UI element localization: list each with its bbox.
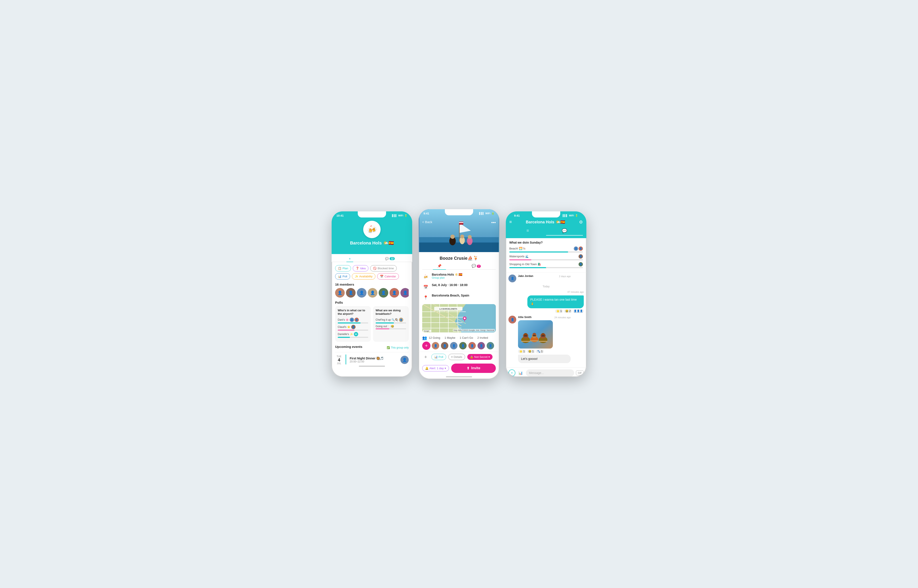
phones-container: 10:41 ▌▌▌ WiFi 🔋 🍻 Barcelona Hols 🌤️🇪🇸 ≡ bbox=[331, 209, 587, 379]
event-hero-image: 9:41 ▌▌▌ WiFi 🔋 < Back ••• bbox=[419, 209, 499, 252]
footer-not-secret-btn[interactable]: 🔒 Not Secret ▾ bbox=[467, 354, 493, 360]
poll2-opt2: Going out 🍽️😂 bbox=[376, 325, 406, 330]
btn-avail[interactable]: ✨ Availability bbox=[352, 273, 375, 279]
group-avatar-1: 🍻 bbox=[363, 221, 381, 238]
battery-icon: 🔋 bbox=[404, 214, 407, 217]
phone-2: 9:41 ▌▌▌ WiFi 🔋 < Back ••• Booze Crusie⛵… bbox=[419, 209, 499, 379]
poll-icon: 📊 bbox=[338, 275, 341, 278]
status-icons-1: ▌▌▌ WiFi 🔋 bbox=[392, 214, 407, 217]
poll-opt-2: Watersports 🌊 👤 bbox=[509, 254, 583, 260]
chat-badge-2: 7 bbox=[477, 265, 481, 268]
svg-rect-3 bbox=[459, 222, 460, 241]
map-container[interactable]: LA BARCELONETA Google Map data ©2023 Goo… bbox=[422, 304, 496, 333]
sent-time-row: 47 minutes ago bbox=[508, 290, 584, 294]
svg-rect-43 bbox=[524, 335, 527, 336]
plan-icon: 📋 bbox=[338, 267, 341, 270]
chat-group-title: Barcelona Hols 🌤️🇪🇸 bbox=[512, 220, 579, 225]
att-4: 👤 bbox=[459, 342, 467, 350]
poll1-opt1: Dani's 🌸 👤 👤 bbox=[338, 318, 368, 323]
msg-row-sent: PLEASE i wanna tan one last time 🙏 🌟 1 😂… bbox=[508, 296, 584, 313]
pin-tab[interactable]: 📌 bbox=[433, 263, 446, 270]
btn-poll[interactable]: 📊 Poll bbox=[335, 273, 350, 279]
btn-calendar[interactable]: 📅 Calendar bbox=[377, 273, 399, 279]
lock-icon: 🔒 bbox=[470, 355, 474, 359]
poll1-question: Who's in what car to the airport? bbox=[338, 309, 368, 316]
footer-add-btn[interactable]: + bbox=[422, 354, 429, 360]
jake-avatar: 👤 bbox=[508, 275, 516, 282]
battery-icon-2: 🔋 bbox=[491, 212, 495, 215]
notch-2 bbox=[445, 209, 473, 215]
allie-text-bubble: Let's goooo! bbox=[518, 355, 571, 363]
btn-blocked[interactable]: 🚫 Blocked time bbox=[370, 265, 396, 271]
calendar-icon: 📅 bbox=[380, 275, 383, 278]
member-2: 👤 bbox=[346, 288, 356, 297]
phone1-header: 10:41 ▌▌▌ WiFi 🔋 🍻 Barcelona Hols 🌤️🇪🇸 bbox=[331, 212, 412, 254]
svg-rect-2 bbox=[419, 242, 499, 252]
message-input[interactable]: Message... bbox=[526, 370, 574, 376]
add-attendee-btn[interactable]: + bbox=[422, 342, 430, 350]
poll2-question: What are we doing breakfasts? bbox=[376, 309, 406, 316]
today-label: Today bbox=[508, 285, 584, 288]
going-row: 👥 12 Going · 1 Maybe · 1 Can't Go · 2 In… bbox=[422, 336, 496, 340]
event-card-1: TUE 4 JUL First Night Dinner 🥘🎵 20:00–22… bbox=[335, 352, 409, 364]
chat-tab-messages[interactable]: 💬 bbox=[546, 226, 583, 236]
event-info: First Night Dinner 🥘🎵 20:00–22:00 bbox=[350, 357, 398, 363]
svg-text:Google: Google bbox=[424, 330, 429, 332]
sent-bubble: PLEASE i wanna tan one last time 🙏 bbox=[527, 296, 584, 308]
att-7: 👤 bbox=[486, 342, 495, 350]
bell-icon: 🔔 bbox=[425, 367, 428, 370]
btn-idea[interactable]: ❓ Idea bbox=[353, 265, 368, 271]
battery-icon-3: 🔋 bbox=[575, 214, 578, 217]
chat-image bbox=[518, 320, 553, 349]
menu-icon[interactable]: ≡ bbox=[509, 220, 512, 225]
phone2-content: Booze Crusie⛵🍹 📌 💬 7 🍻 Barcelona Hols 🌤️… bbox=[419, 252, 499, 352]
event-date: TUE 4 JUL bbox=[335, 355, 343, 364]
wifi-icon-2: WiFi bbox=[485, 212, 490, 215]
settings-icon[interactable]: ⚙ bbox=[579, 220, 583, 225]
poll-opt-1: Beach! 🌅🐚 👤 👤 bbox=[509, 246, 583, 252]
att-2: 👤 bbox=[441, 342, 449, 350]
poll-card-1: Who's in what car to the airport? Dani's… bbox=[335, 306, 371, 342]
tab-chat[interactable]: 💬 12 bbox=[383, 256, 398, 262]
chat-messages: 👤 Jake Jordan 2 days ago Today 47 minute… bbox=[506, 273, 587, 368]
polls-section: Polls Who's in what car to the airport? … bbox=[335, 300, 409, 342]
chat-tab-list[interactable]: ≡ bbox=[509, 226, 546, 236]
phone2-footer-1: + 📊 Poll ≡ Details 🔒 Not Secret ▾ bbox=[419, 352, 499, 362]
chart-btn[interactable]: 📊 bbox=[517, 370, 524, 376]
att-3: 👤 bbox=[449, 342, 458, 350]
btn-plan[interactable]: 📋 Plan bbox=[335, 265, 351, 271]
svg-rect-46 bbox=[521, 341, 530, 342]
poll-preview-question: What we doin Sunday? bbox=[509, 241, 583, 244]
list-icon: ≡ bbox=[349, 257, 351, 260]
invited-text: 2 Invited bbox=[477, 336, 488, 339]
alert-btn[interactable]: 🔔 Alert: 1 day ▾ bbox=[422, 365, 449, 372]
att-1: 👤 bbox=[432, 342, 440, 350]
phone3-tabs: ≡ 💬 bbox=[509, 226, 583, 236]
invite-btn[interactable]: ⬆ Invite bbox=[451, 363, 496, 373]
back-button[interactable]: < Back bbox=[422, 220, 432, 224]
poll-card-2: What are we doing breakfasts? Chef'ing i… bbox=[373, 306, 409, 342]
more-button[interactable]: ••• bbox=[491, 220, 496, 225]
people-icon: 👥 bbox=[422, 336, 427, 340]
member-1: 👤 bbox=[335, 288, 345, 297]
phone2-footer-2: 🔔 Alert: 1 day ▾ ⬆ Invite bbox=[419, 362, 499, 375]
jake-time: 2 days ago bbox=[559, 275, 571, 278]
upcoming-title: Upcoming events bbox=[335, 345, 362, 349]
svg-rect-44 bbox=[533, 335, 536, 336]
avail-icon: ✨ bbox=[355, 275, 358, 278]
chevron-down-icon: ▾ bbox=[488, 355, 490, 359]
member-6: 👤 bbox=[390, 288, 399, 297]
map-svg: LA BARCELONETA Google bbox=[422, 304, 496, 333]
add-chat-btn[interactable]: + bbox=[508, 370, 516, 376]
att-5: 👤 bbox=[468, 342, 476, 350]
footer-details-btn[interactable]: ≡ Details bbox=[448, 354, 465, 360]
member-5: 👤 bbox=[379, 288, 388, 297]
gif-btn[interactable]: GIF bbox=[576, 370, 584, 375]
svg-rect-47 bbox=[530, 341, 538, 341]
footer-poll-btn[interactable]: 📊 Poll bbox=[432, 354, 446, 360]
tab-list[interactable]: ≡ bbox=[346, 256, 353, 262]
message-placeholder: Message... bbox=[529, 371, 544, 375]
allie-reactions: 🌟 1 😂 1 🐾 1 bbox=[518, 349, 571, 353]
chat-tab-2[interactable]: 💬 7 bbox=[467, 263, 485, 270]
idea-icon: ❓ bbox=[356, 267, 359, 270]
